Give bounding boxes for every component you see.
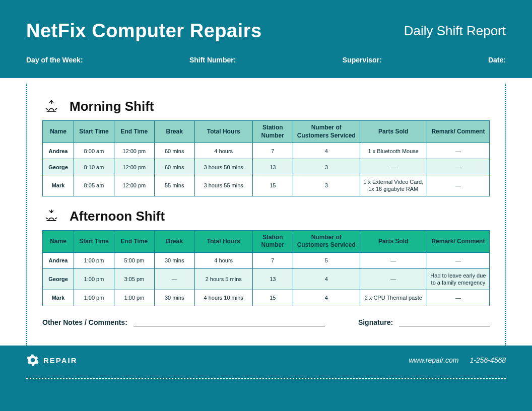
cell-remark: — xyxy=(427,175,489,196)
col-remark: Remark/ Comment xyxy=(427,230,489,252)
cell-parts: — xyxy=(360,252,427,268)
col-end: End Time xyxy=(114,121,154,143)
cell-start: 1:00 pm xyxy=(74,252,114,268)
cell-parts: — xyxy=(360,268,427,290)
table-row: Andrea8:00 am12:00 pm60 mins4 hours741 x… xyxy=(43,143,490,159)
cell-remark: — xyxy=(427,159,489,175)
cell-total: 2 hours 5 mins xyxy=(194,268,252,290)
gear-icon xyxy=(26,354,39,367)
cell-end: 1:00 pm xyxy=(114,290,154,306)
cell-station: 15 xyxy=(252,290,293,306)
cell-remark: Had to leave early due to a family emerg… xyxy=(427,268,489,290)
col-customers: Number of Customers Serviced xyxy=(293,121,360,143)
cell-break: 60 mins xyxy=(154,159,194,175)
footer-divider xyxy=(26,378,506,379)
col-name: Name xyxy=(43,230,74,252)
cell-cust: 4 xyxy=(293,143,360,159)
report-body: Morning Shift Name Start Time End Time B… xyxy=(26,84,506,346)
cell-name: George xyxy=(43,159,74,175)
table-row: George1:00 pm3:05 pm—2 hours 5 mins134—H… xyxy=(43,268,490,290)
morning-shift-title: Morning Shift xyxy=(70,99,154,114)
cell-end: 12:00 pm xyxy=(114,175,154,196)
afternoon-shift-title: Afternoon Shift xyxy=(70,209,165,224)
field-supervisor: Supervisor: xyxy=(343,56,382,64)
cell-name: Andrea xyxy=(43,143,74,159)
cell-break: 30 mins xyxy=(154,252,194,268)
cell-name: Andrea xyxy=(43,252,74,268)
cell-break: 55 mins xyxy=(154,175,194,196)
col-parts: Parts Sold xyxy=(360,230,427,252)
col-start: Start Time xyxy=(74,121,114,143)
col-customers: Number of Customers Serviced xyxy=(293,230,360,252)
cell-name: Mark xyxy=(43,290,74,306)
cell-total: 4 hours xyxy=(194,143,252,159)
cell-cust: 4 xyxy=(293,268,360,290)
footer-phone: 1-256-4568 xyxy=(470,356,506,364)
cell-end: 12:00 pm xyxy=(114,143,154,159)
col-start: Start Time xyxy=(74,230,114,252)
col-name: Name xyxy=(43,121,74,143)
cell-station: 7 xyxy=(252,252,293,268)
afternoon-shift-table: Name Start Time End Time Break Total Hou… xyxy=(42,230,490,306)
table-row: George8:10 am12:00 pm60 mins3 hours 50 m… xyxy=(43,159,490,175)
col-break: Break xyxy=(154,230,194,252)
signature-line[interactable] xyxy=(399,319,490,326)
cell-total: 3 hours 55 mins xyxy=(194,175,252,196)
cell-start: 8:00 am xyxy=(74,143,114,159)
cell-cust: 3 xyxy=(293,175,360,196)
table-row: Mark8:05 am12:00 pm55 mins3 hours 55 min… xyxy=(43,175,490,196)
col-end: End Time xyxy=(114,230,154,252)
cell-end: 12:00 pm xyxy=(114,159,154,175)
cell-cust: 4 xyxy=(293,290,360,306)
footer-brand: REPAIR xyxy=(43,356,78,365)
field-date: Date: xyxy=(488,56,506,64)
col-total: Total Hours xyxy=(194,230,252,252)
field-day-of-week: Day of the Week: xyxy=(26,56,83,64)
cell-name: George xyxy=(43,268,74,290)
cell-station: 13 xyxy=(252,159,293,175)
col-parts: Parts Sold xyxy=(360,121,427,143)
field-shift-number: Shift Number: xyxy=(189,56,236,64)
cell-remark: — xyxy=(427,143,489,159)
cell-start: 1:00 pm xyxy=(74,268,114,290)
cell-parts: 1 x External Video Card, 1x 16 gigabyte … xyxy=(360,175,427,196)
col-station: Station Number xyxy=(252,121,293,143)
sunrise-icon xyxy=(44,100,58,114)
report-header: NetFix Computer Repairs Daily Shift Repo… xyxy=(0,0,532,78)
notes-line[interactable] xyxy=(134,319,325,326)
cell-break: 30 mins xyxy=(154,290,194,306)
cell-total: 4 hours 10 mins xyxy=(194,290,252,306)
sunset-icon xyxy=(44,209,58,223)
cell-parts: 2 x CPU Thermal paste xyxy=(360,290,427,306)
cell-start: 8:10 am xyxy=(74,159,114,175)
col-remark: Remark/ Comment xyxy=(427,121,489,143)
col-station: Station Number xyxy=(252,230,293,252)
cell-end: 3:05 pm xyxy=(114,268,154,290)
cell-station: 15 xyxy=(252,175,293,196)
cell-cust: 5 xyxy=(293,252,360,268)
cell-start: 8:05 am xyxy=(74,175,114,196)
cell-total: 4 hours xyxy=(194,252,252,268)
cell-cust: 3 xyxy=(293,159,360,175)
table-row: Mark1:00 pm1:00 pm30 mins4 hours 10 mins… xyxy=(43,290,490,306)
col-total: Total Hours xyxy=(194,121,252,143)
cell-remark: — xyxy=(427,290,489,306)
cell-break: 60 mins xyxy=(154,143,194,159)
signature-label: Signature: xyxy=(358,318,393,326)
report-footer: REPAIR www.repair.com 1-256-4568 xyxy=(0,346,532,411)
col-break: Break xyxy=(154,121,194,143)
report-title: Daily Shift Report xyxy=(404,23,506,39)
cell-total: 3 hours 50 mins xyxy=(194,159,252,175)
notes-label: Other Notes / Comments: xyxy=(42,318,127,326)
cell-remark: — xyxy=(427,252,489,268)
cell-parts: 1 x Bluetooth Mouse xyxy=(360,143,427,159)
cell-station: 7 xyxy=(252,143,293,159)
table-row: Andrea1:00 pm5:00 pm30 mins4 hours75—— xyxy=(43,252,490,268)
cell-station: 13 xyxy=(252,268,293,290)
cell-start: 1:00 pm xyxy=(74,290,114,306)
footer-website: www.repair.com xyxy=(409,356,458,364)
cell-name: Mark xyxy=(43,175,74,196)
company-name: NetFix Computer Repairs xyxy=(26,20,262,42)
morning-shift-table: Name Start Time End Time Break Total Hou… xyxy=(42,120,490,196)
cell-parts: — xyxy=(360,159,427,175)
